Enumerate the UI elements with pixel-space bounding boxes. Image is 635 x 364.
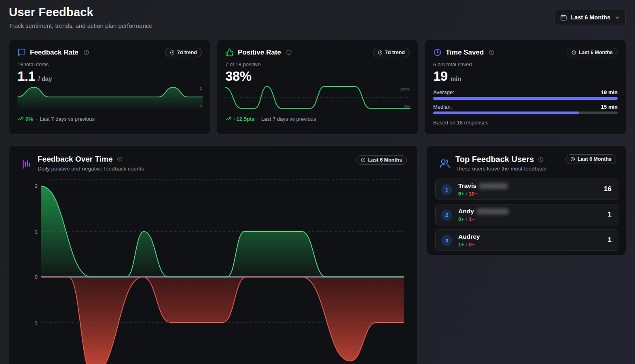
feedback-rate-value: 1.1 / day	[17, 69, 52, 84]
average-label: Average:	[433, 89, 454, 95]
info-icon[interactable]	[117, 156, 123, 162]
user-row-andy[interactable]: 2 Andy 0+ / 1− 1	[435, 204, 618, 225]
card-footer: 0% · Last 7 days vs previous	[17, 116, 95, 122]
delta-value: 0%	[17, 116, 33, 122]
user-row-travis[interactable]: 1 Travis 6+ / 10− 16	[435, 179, 618, 200]
delta-note: Last 7 days vs previous	[261, 116, 316, 122]
rank-badge: 1	[441, 184, 452, 195]
trend-period-badge: 7d trend	[165, 48, 202, 57]
sparkline-axis-max: 2	[200, 86, 202, 90]
delta-note: Last 7 days vs previous	[40, 116, 95, 122]
clock-icon	[570, 157, 575, 162]
chart-subtitle: Daily positive and negative feedback cou…	[38, 166, 144, 172]
positive-rate-value: 38%	[225, 69, 252, 84]
period-badge: Last 6 Months	[356, 155, 407, 165]
feedback-over-time-card: Feedback Over Time Daily positive and ne…	[9, 145, 418, 364]
card-title: Time Saved	[446, 48, 484, 57]
redacted-surname	[479, 183, 508, 189]
clock-icon	[361, 158, 366, 162]
bar-chart-icon	[21, 156, 32, 172]
user-name: Andy	[458, 208, 508, 215]
median-value: 15 min	[601, 104, 618, 110]
period-badge: Last 6 Months	[567, 48, 618, 57]
user-stats: 0+ / 1−	[458, 216, 475, 222]
date-range-dropdown[interactable]: Last 6 Months	[554, 10, 626, 25]
positive-rate-trendline: 100% 0%	[225, 84, 411, 110]
user-name: Travis	[458, 182, 508, 189]
sparkline-axis-max: 100%	[400, 87, 410, 91]
page-title: User Feedback	[9, 6, 93, 19]
y-axis-tick: 2	[21, 183, 38, 189]
top-feedback-users-card: Top Feedback Users These users leave the…	[427, 145, 626, 255]
card-title: Feedback Rate	[30, 48, 78, 57]
card-subtext: 6 hrs total saved	[433, 61, 472, 67]
delta-value: +12.5pts	[225, 116, 254, 122]
feedback-rate-sparkline: 2 0	[17, 86, 203, 109]
average-value: 19 min	[601, 89, 618, 95]
user-stats: 6+ / 10−	[458, 191, 478, 197]
y-axis-tick: 1	[21, 320, 38, 326]
user-row-audrey[interactable]: 3 Audrey 1+ / 0− 1	[435, 229, 618, 251]
trending-up-icon	[17, 116, 23, 122]
user-total-count: 1	[608, 236, 612, 244]
page-subtitle: Track sentiment, trends, and action plan…	[9, 22, 152, 29]
calendar-icon	[560, 14, 567, 21]
sparkline-axis-min: 0%	[404, 104, 410, 109]
card-subtext: 7 of 18 positive	[225, 61, 260, 67]
redacted-surname	[477, 208, 508, 215]
user-total-count: 16	[604, 185, 612, 193]
trending-up-icon	[225, 116, 231, 122]
average-progress-bar	[433, 97, 618, 100]
rank-badge: 3	[441, 235, 452, 246]
chart-title: Feedback Over Time	[38, 155, 113, 164]
clock-icon	[572, 50, 576, 55]
clock-icon	[433, 48, 442, 57]
responses-footnote: Based on 18 responses	[433, 120, 489, 126]
time-saved-card: Time Saved Last 6 Months 6 hrs total sav…	[425, 40, 626, 135]
positive-negative-area-chart	[41, 177, 404, 364]
rank-badge: 2	[441, 210, 452, 221]
panel-subtitle: These users leave the most feedback	[455, 166, 546, 172]
user-name: Audrey	[458, 233, 480, 240]
clock-icon	[170, 50, 175, 55]
sparkline-axis-min: 0	[200, 103, 202, 108]
date-range-label: Last 6 Months	[571, 14, 610, 21]
card-footer: +12.5pts · Last 7 days vs previous	[225, 116, 316, 122]
info-icon[interactable]	[489, 49, 495, 55]
users-icon	[439, 156, 450, 172]
time-saved-value: 19 min	[433, 69, 461, 84]
thumbs-up-icon	[225, 48, 234, 57]
trend-period-badge: 7d trend	[373, 48, 410, 57]
period-badge: Last 6 Months	[565, 154, 616, 164]
card-title: Positive Rate	[238, 48, 281, 57]
info-icon[interactable]	[286, 49, 292, 55]
y-axis-tick: 0	[21, 274, 38, 280]
card-subtext: 18 total items	[17, 61, 49, 67]
median-progress-bar	[433, 112, 618, 114]
user-stats: 1+ / 0−	[458, 242, 475, 248]
y-axis-tick: 1	[21, 229, 38, 235]
info-icon[interactable]	[83, 49, 89, 55]
positive-rate-card: Positive Rate 7d trend 7 of 18 positive …	[217, 40, 418, 135]
info-icon[interactable]	[538, 157, 544, 162]
feedback-rate-card: Feedback Rate 7d trend 18 total items 1.…	[9, 40, 210, 135]
clock-icon	[378, 50, 383, 55]
median-label: Median:	[433, 104, 452, 110]
panel-title: Top Feedback Users	[455, 155, 534, 164]
user-total-count: 1	[608, 210, 612, 219]
message-bubble-icon	[17, 48, 26, 57]
chevron-down-icon	[614, 15, 620, 21]
